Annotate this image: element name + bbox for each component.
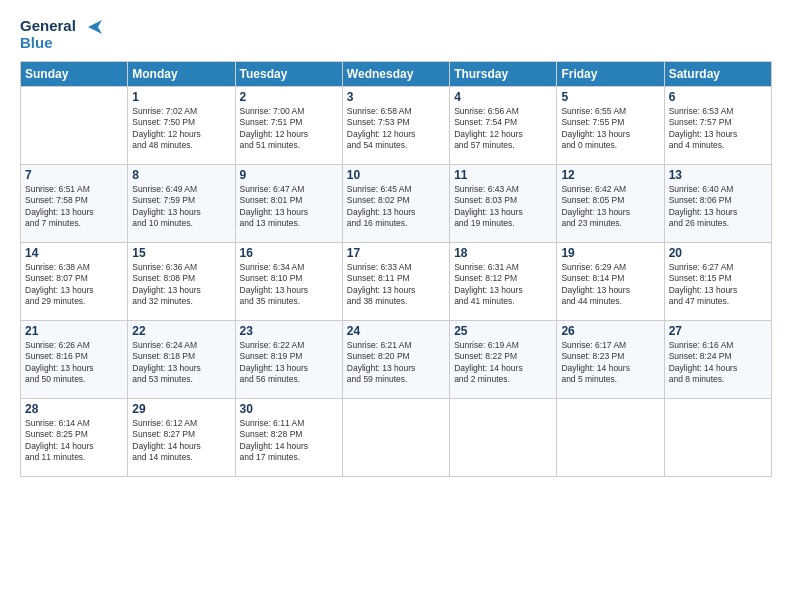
day-number: 15 [132,246,230,260]
day-info: Sunrise: 6:49 AM Sunset: 7:59 PM Dayligh… [132,184,230,230]
day-cell: 1Sunrise: 7:02 AM Sunset: 7:50 PM Daylig… [128,87,235,165]
day-info: Sunrise: 6:19 AM Sunset: 8:22 PM Dayligh… [454,340,552,386]
day-cell: 13Sunrise: 6:40 AM Sunset: 8:06 PM Dayli… [664,165,771,243]
day-info: Sunrise: 6:34 AM Sunset: 8:10 PM Dayligh… [240,262,338,308]
day-cell [21,87,128,165]
day-number: 21 [25,324,123,338]
day-number: 30 [240,402,338,416]
calendar-table: SundayMondayTuesdayWednesdayThursdayFrid… [20,61,772,477]
logo-blue: Blue [20,35,102,52]
week-row-4: 21Sunrise: 6:26 AM Sunset: 8:16 PM Dayli… [21,321,772,399]
day-cell: 15Sunrise: 6:36 AM Sunset: 8:08 PM Dayli… [128,243,235,321]
day-info: Sunrise: 6:36 AM Sunset: 8:08 PM Dayligh… [132,262,230,308]
day-info: Sunrise: 6:11 AM Sunset: 8:28 PM Dayligh… [240,418,338,464]
day-cell: 3Sunrise: 6:58 AM Sunset: 7:53 PM Daylig… [342,87,449,165]
day-info: Sunrise: 6:38 AM Sunset: 8:07 PM Dayligh… [25,262,123,308]
day-cell: 22Sunrise: 6:24 AM Sunset: 8:18 PM Dayli… [128,321,235,399]
day-cell: 18Sunrise: 6:31 AM Sunset: 8:12 PM Dayli… [450,243,557,321]
day-number: 19 [561,246,659,260]
day-info: Sunrise: 6:29 AM Sunset: 8:14 PM Dayligh… [561,262,659,308]
day-info: Sunrise: 6:43 AM Sunset: 8:03 PM Dayligh… [454,184,552,230]
day-cell: 23Sunrise: 6:22 AM Sunset: 8:19 PM Dayli… [235,321,342,399]
day-cell [342,399,449,477]
day-cell: 27Sunrise: 6:16 AM Sunset: 8:24 PM Dayli… [664,321,771,399]
day-info: Sunrise: 6:45 AM Sunset: 8:02 PM Dayligh… [347,184,445,230]
day-cell [664,399,771,477]
day-number: 17 [347,246,445,260]
logo: General Blue [20,18,102,51]
day-cell: 11Sunrise: 6:43 AM Sunset: 8:03 PM Dayli… [450,165,557,243]
day-number: 16 [240,246,338,260]
day-cell: 14Sunrise: 6:38 AM Sunset: 8:07 PM Dayli… [21,243,128,321]
day-cell: 16Sunrise: 6:34 AM Sunset: 8:10 PM Dayli… [235,243,342,321]
logo-bird-icon [80,20,102,34]
day-info: Sunrise: 6:55 AM Sunset: 7:55 PM Dayligh… [561,106,659,152]
day-cell: 12Sunrise: 6:42 AM Sunset: 8:05 PM Dayli… [557,165,664,243]
day-number: 29 [132,402,230,416]
week-row-2: 7Sunrise: 6:51 AM Sunset: 7:58 PM Daylig… [21,165,772,243]
day-info: Sunrise: 6:14 AM Sunset: 8:25 PM Dayligh… [25,418,123,464]
day-number: 1 [132,90,230,104]
day-number: 6 [669,90,767,104]
header-saturday: Saturday [664,62,771,87]
day-number: 24 [347,324,445,338]
day-info: Sunrise: 6:24 AM Sunset: 8:18 PM Dayligh… [132,340,230,386]
day-info: Sunrise: 6:42 AM Sunset: 8:05 PM Dayligh… [561,184,659,230]
logo-text: General Blue [20,18,102,51]
day-number: 9 [240,168,338,182]
day-number: 10 [347,168,445,182]
day-cell: 10Sunrise: 6:45 AM Sunset: 8:02 PM Dayli… [342,165,449,243]
day-number: 5 [561,90,659,104]
day-cell: 29Sunrise: 6:12 AM Sunset: 8:27 PM Dayli… [128,399,235,477]
header-thursday: Thursday [450,62,557,87]
day-info: Sunrise: 6:51 AM Sunset: 7:58 PM Dayligh… [25,184,123,230]
day-info: Sunrise: 6:58 AM Sunset: 7:53 PM Dayligh… [347,106,445,152]
day-info: Sunrise: 6:56 AM Sunset: 7:54 PM Dayligh… [454,106,552,152]
day-info: Sunrise: 6:12 AM Sunset: 8:27 PM Dayligh… [132,418,230,464]
day-number: 12 [561,168,659,182]
day-cell: 6Sunrise: 6:53 AM Sunset: 7:57 PM Daylig… [664,87,771,165]
day-number: 26 [561,324,659,338]
day-number: 20 [669,246,767,260]
day-number: 18 [454,246,552,260]
header-friday: Friday [557,62,664,87]
svg-marker-0 [88,20,102,34]
day-cell: 21Sunrise: 6:26 AM Sunset: 8:16 PM Dayli… [21,321,128,399]
day-info: Sunrise: 6:47 AM Sunset: 8:01 PM Dayligh… [240,184,338,230]
day-info: Sunrise: 6:22 AM Sunset: 8:19 PM Dayligh… [240,340,338,386]
day-number: 8 [132,168,230,182]
day-number: 13 [669,168,767,182]
week-row-3: 14Sunrise: 6:38 AM Sunset: 8:07 PM Dayli… [21,243,772,321]
week-row-1: 1Sunrise: 7:02 AM Sunset: 7:50 PM Daylig… [21,87,772,165]
day-number: 3 [347,90,445,104]
day-cell: 8Sunrise: 6:49 AM Sunset: 7:59 PM Daylig… [128,165,235,243]
day-cell: 4Sunrise: 6:56 AM Sunset: 7:54 PM Daylig… [450,87,557,165]
day-info: Sunrise: 6:17 AM Sunset: 8:23 PM Dayligh… [561,340,659,386]
day-cell: 2Sunrise: 7:00 AM Sunset: 7:51 PM Daylig… [235,87,342,165]
week-row-5: 28Sunrise: 6:14 AM Sunset: 8:25 PM Dayli… [21,399,772,477]
logo-general: General [20,18,102,35]
day-number: 2 [240,90,338,104]
day-cell: 25Sunrise: 6:19 AM Sunset: 8:22 PM Dayli… [450,321,557,399]
day-cell: 24Sunrise: 6:21 AM Sunset: 8:20 PM Dayli… [342,321,449,399]
day-info: Sunrise: 7:00 AM Sunset: 7:51 PM Dayligh… [240,106,338,152]
day-cell: 7Sunrise: 6:51 AM Sunset: 7:58 PM Daylig… [21,165,128,243]
day-number: 14 [25,246,123,260]
day-number: 25 [454,324,552,338]
day-cell: 9Sunrise: 6:47 AM Sunset: 8:01 PM Daylig… [235,165,342,243]
header-wednesday: Wednesday [342,62,449,87]
day-info: Sunrise: 7:02 AM Sunset: 7:50 PM Dayligh… [132,106,230,152]
header-tuesday: Tuesday [235,62,342,87]
day-cell [557,399,664,477]
header-sunday: Sunday [21,62,128,87]
day-cell: 30Sunrise: 6:11 AM Sunset: 8:28 PM Dayli… [235,399,342,477]
day-cell: 5Sunrise: 6:55 AM Sunset: 7:55 PM Daylig… [557,87,664,165]
day-info: Sunrise: 6:16 AM Sunset: 8:24 PM Dayligh… [669,340,767,386]
day-number: 7 [25,168,123,182]
day-number: 4 [454,90,552,104]
day-cell: 17Sunrise: 6:33 AM Sunset: 8:11 PM Dayli… [342,243,449,321]
day-number: 22 [132,324,230,338]
day-cell: 20Sunrise: 6:27 AM Sunset: 8:15 PM Dayli… [664,243,771,321]
day-cell: 19Sunrise: 6:29 AM Sunset: 8:14 PM Dayli… [557,243,664,321]
day-number: 23 [240,324,338,338]
